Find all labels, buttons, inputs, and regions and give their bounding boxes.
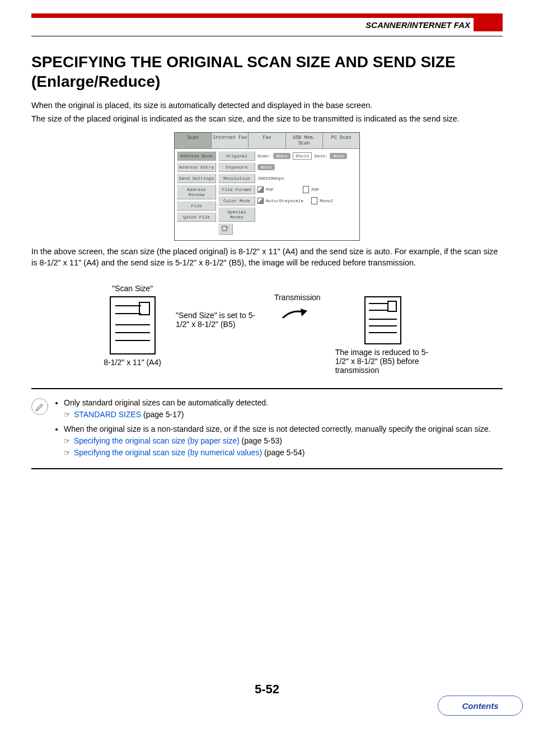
resolution-val: 200X200dpi (257, 176, 284, 181)
colormode-icon-2 (311, 197, 317, 204)
preview-button[interactable] (218, 223, 233, 235)
side-send-settings[interactable]: Send Settings (177, 174, 216, 183)
device-screen: Scan Internet Fax Fax USB Mem. Scan PC S… (174, 132, 360, 241)
transmission-label: Transmission (274, 293, 321, 302)
link-scan-size-paper[interactable]: Specifying the original scan size (by pa… (74, 436, 240, 445)
side-file[interactable]: File (177, 201, 216, 211)
sheet-b5 (364, 296, 401, 344)
btn-exposure[interactable]: Exposure (218, 162, 255, 172)
btn-original[interactable]: Original (218, 151, 255, 161)
pageref-2b: (page 5-54) (262, 448, 305, 457)
btn-special-modes[interactable]: Special Modes (218, 207, 255, 222)
sheet-a4 (110, 296, 156, 354)
caption-b5: The image is reduced to 5-1/2" x 8-1/2" … (335, 348, 430, 375)
label-scan: Scan: (257, 153, 271, 158)
note-bullet-2: When the original size is a non-standard… (64, 424, 490, 433)
intro-p1: When the original is placed, its size is… (31, 100, 503, 111)
caption-a4: 8-1/2" x 11" (A4) (104, 358, 161, 367)
tab-internet-fax[interactable]: Internet Fax (212, 133, 249, 148)
colormode-v2: Mono2 (320, 198, 333, 203)
after-panel-text: In the above screen, the scan size (the … (31, 246, 503, 268)
contents-button[interactable]: Contents (438, 696, 523, 716)
svg-rect-0 (222, 226, 227, 231)
btn-resolution[interactable]: Resolution (218, 174, 255, 183)
fileformat-icon-1 (257, 186, 264, 193)
fileformat-v1: PDF (266, 187, 274, 192)
btn-file-format[interactable]: File Format (218, 185, 255, 194)
tab-scan[interactable]: Scan (175, 133, 212, 148)
ref-icon: ☞ (64, 437, 71, 445)
page-number: 5-52 (31, 682, 503, 697)
tab-fax[interactable]: Fax (249, 133, 285, 148)
preview-icon (222, 226, 229, 231)
intro-p2: The size of the placed original is indic… (31, 114, 503, 125)
exposure-val: Auto (257, 164, 275, 170)
side-quick-file[interactable]: Quick File (177, 212, 216, 222)
link-standard-sizes[interactable]: STANDARD SIZES (74, 410, 141, 419)
ref-icon: ☞ (64, 410, 71, 419)
header-rule (31, 36, 503, 36)
pageref-2a: (page 5-53) (240, 436, 282, 445)
scan-size-chip: 8½x11 (293, 152, 312, 160)
tab-usb-mem-scan[interactable]: USB Mem. Scan (286, 133, 323, 148)
btn-color-mode[interactable]: Color Mode (218, 196, 255, 206)
header-red-block (474, 18, 503, 31)
send-auto-pill: Auto (330, 153, 347, 159)
section-header: SCANNER/INTERNET FAX (366, 20, 470, 30)
size-diagram: "Scan Size" 8-1/2" x 11" (A4) "Send Size… (31, 284, 503, 375)
note-top-rule (31, 388, 503, 389)
fileformat-icon-2 (303, 186, 309, 193)
link-scan-size-numeric[interactable]: Specifying the original scan size (by nu… (74, 448, 262, 457)
label-send: Send: (314, 153, 327, 158)
side-address-entry[interactable]: Address Entry (177, 162, 216, 172)
scan-size-label: "Scan Size" (112, 284, 153, 293)
side-address-book[interactable]: Address Book (177, 151, 216, 161)
transmission-arrow-icon (280, 305, 314, 322)
ref-icon: ☞ (64, 449, 71, 457)
scan-auto-pill: Auto (273, 153, 291, 159)
side-address-review[interactable]: Address Review (177, 185, 216, 199)
note-bullet-1: Only standard original sizes can be auto… (64, 398, 268, 407)
note-pencil-icon (31, 398, 48, 415)
colormode-icon-1 (257, 198, 264, 204)
tab-pc-scan[interactable]: PC Scan (323, 133, 359, 148)
send-size-text: "Send Size" is set to 5-1/2" x 8-1/2" (B… (176, 311, 260, 329)
colormode-v1: Auto/Grayscale (266, 198, 303, 203)
pageref-1: (page 5-17) (141, 410, 184, 419)
fileformat-v2: PDF (311, 187, 319, 192)
note-bottom-rule (31, 468, 503, 469)
page-title: SPECIFYING THE ORIGINAL SCAN SIZE AND SE… (31, 52, 503, 91)
